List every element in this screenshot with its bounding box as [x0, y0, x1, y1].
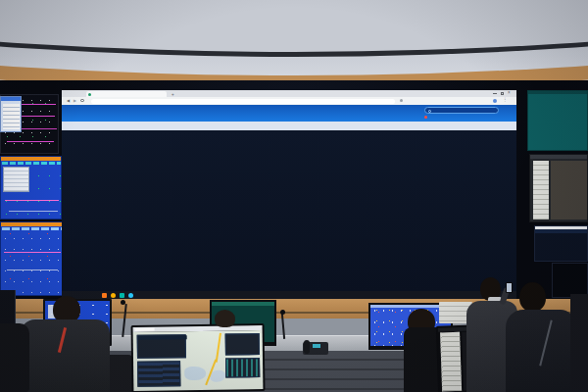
photo-vignette — [0, 0, 588, 392]
control-room-photo: + × ◀ ▶ ⋮ — [0, 0, 588, 392]
